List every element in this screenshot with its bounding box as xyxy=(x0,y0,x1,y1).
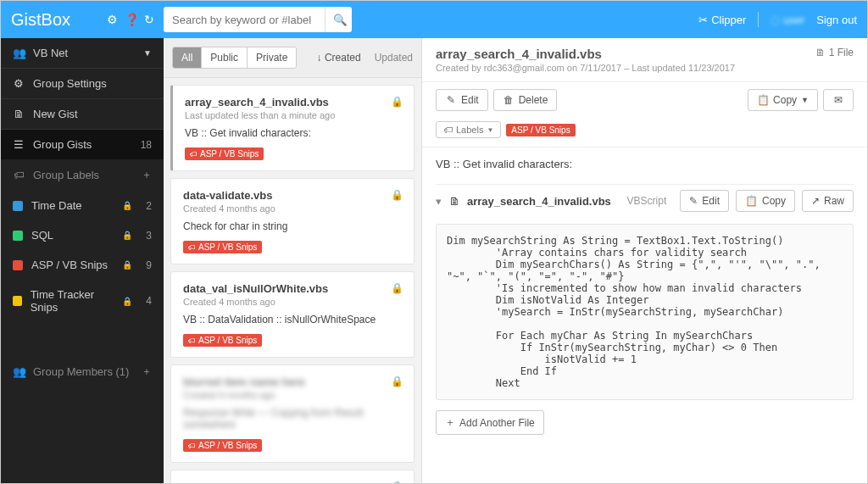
filter-all[interactable]: All xyxy=(173,47,201,68)
gist-card[interactable]: 🔒 blurred item name here Created 4 month… xyxy=(170,364,415,463)
gist-meta: Created 4 months ago xyxy=(183,203,402,214)
sidebar-group-name: VB Net xyxy=(33,47,68,59)
sidebar-label-item[interactable]: ASP / VB Snips 🔒 9 xyxy=(1,250,164,280)
lock-icon: 🔒 xyxy=(391,96,403,108)
sidebar-members[interactable]: 👥 Group Members (1) ＋ xyxy=(1,356,164,387)
gist-summary: VB :: DataValidation :: isNullOrWhiteSpa… xyxy=(183,314,402,325)
help-icon[interactable]: ❓ xyxy=(125,13,136,26)
chevron-down-icon[interactable]: ▾ xyxy=(436,195,442,208)
label-tag[interactable]: 🏷ASP / VB Snips xyxy=(183,439,262,452)
detail-meta: Created by rdc363@gmail.com on 7/11/2017… xyxy=(436,63,854,73)
gist-title: array_search_4_invalid.vbs xyxy=(185,96,402,108)
tag-icon: 🏷 xyxy=(443,125,453,135)
visibility-filter: All Public Private xyxy=(172,47,297,69)
sidebar-item-label: Group Settings xyxy=(33,77,107,90)
sidebar-labels-header[interactable]: 🏷 Group Labels ＋ xyxy=(1,159,164,191)
plus-icon: ＋ xyxy=(445,415,455,430)
tag-icon: 🏷 xyxy=(13,169,25,181)
gist-meta: Last updated less than a minute ago xyxy=(185,110,402,120)
file-icon: 🗎 xyxy=(448,195,460,208)
code-content: Dim mySearchString As String = TextBox1.… xyxy=(447,235,843,389)
filter-public[interactable]: Public xyxy=(201,47,247,68)
refresh-icon[interactable]: ↻ xyxy=(143,13,155,26)
trash-icon: 🗑 xyxy=(503,94,515,106)
gist-meta: Created 4 months ago xyxy=(183,390,402,400)
sidebar-item-label: New Gist xyxy=(33,108,78,120)
label-color-swatch xyxy=(13,231,23,241)
sidebar-label-item[interactable]: SQL 🔒 3 xyxy=(1,220,164,250)
plus-icon[interactable]: ＋ xyxy=(142,364,152,379)
file-raw-button[interactable]: ↗ Raw xyxy=(802,190,854,212)
gist-card[interactable]: 🔒 data_val_isNullOrWhite.vbs Created 4 m… xyxy=(170,271,415,358)
lock-icon: 🔒 xyxy=(391,282,403,294)
code-block: Dim mySearchString As String = TextBox1.… xyxy=(436,224,854,400)
delete-button[interactable]: 🗑Delete xyxy=(493,89,558,111)
sort-label: Created xyxy=(325,52,361,64)
edit-button[interactable]: ✎Edit xyxy=(436,89,488,111)
filter-private[interactable]: Private xyxy=(247,47,296,68)
copy-icon: 📋 xyxy=(757,94,769,106)
pencil-icon: ✎ xyxy=(445,94,457,106)
sidebar-group-selector[interactable]: 👥 VB Net ▼ xyxy=(1,38,164,68)
labels-dropdown[interactable]: 🏷Labels ▼ xyxy=(436,121,501,138)
chevron-down-icon: ▼ xyxy=(143,48,152,58)
label-count: 9 xyxy=(146,259,152,271)
label-color-swatch xyxy=(13,296,22,306)
tag-icon: 🏷 xyxy=(188,243,196,252)
add-file-button[interactable]: ＋Add Another File xyxy=(436,410,544,435)
file-edit-button[interactable]: ✎ Edit xyxy=(680,190,729,212)
list-icon: ☰ xyxy=(13,138,25,151)
gist-summary: Check for char in string xyxy=(183,220,402,232)
file-copy-button[interactable]: 📋 Copy xyxy=(736,190,795,212)
sign-out-link[interactable]: Sign out xyxy=(816,14,857,26)
gist-card[interactable]: 🔒 array_search_4_invalid.vbs Last update… xyxy=(170,85,415,171)
tag-icon: 🏷 xyxy=(188,442,196,450)
clipper-label: Clipper xyxy=(711,14,746,26)
gist-summary: Response Write — Copying from Result som… xyxy=(183,407,402,431)
search-icon: 🔍 xyxy=(333,14,345,26)
gist-card[interactable]: 🔒 old_sql_class.vbs Created 5 months ago xyxy=(170,470,415,483)
gist-summary: VB :: Get invalid characters: xyxy=(185,127,402,139)
github-user[interactable]: ◌ user xyxy=(771,14,804,26)
copy-button[interactable]: 📋Copy ▼ xyxy=(748,89,818,111)
mail-button[interactable]: ✉ xyxy=(823,89,854,111)
search-button[interactable]: 🔍 xyxy=(325,7,352,32)
file-language: VBScript xyxy=(627,195,667,207)
gear-icon: ⚙ xyxy=(13,77,25,90)
label-tag[interactable]: 🏷ASP / VB Snips xyxy=(183,334,262,347)
sidebar-group-settings[interactable]: ⚙ Group Settings xyxy=(1,69,164,98)
label-color-swatch xyxy=(13,201,23,211)
label-count: 2 xyxy=(146,200,152,212)
label-tag[interactable]: 🏷ASP / VB Snips xyxy=(183,241,262,253)
search-input[interactable] xyxy=(164,7,325,32)
gear-icon[interactable]: ⚙ xyxy=(106,13,118,26)
users-icon: 👥 xyxy=(13,365,25,378)
lock-icon: 🔒 xyxy=(122,201,132,210)
sidebar-item-label: Time Date xyxy=(31,199,81,212)
sort-updated[interactable]: Updated xyxy=(375,52,413,64)
label-tag[interactable]: 🏷ASP / VB Snips xyxy=(185,147,264,160)
lock-icon: 🔒 xyxy=(391,189,403,201)
detail-title: array_search_4_invalid.vbs xyxy=(436,47,854,61)
plus-icon[interactable]: ＋ xyxy=(142,168,152,182)
tag-icon: 🏷 xyxy=(190,150,198,159)
file-count: 🗎 1 File xyxy=(815,47,854,58)
sidebar-group-gists[interactable]: ☰ Group Gists 18 xyxy=(1,130,164,159)
file-icon: 🗎 xyxy=(13,108,25,120)
sort-created[interactable]: ↓ Created xyxy=(317,52,361,64)
sidebar-new-gist[interactable]: 🗎 New Gist xyxy=(1,99,164,129)
label-count: 4 xyxy=(146,295,152,307)
tag-icon: 🏷 xyxy=(188,337,196,345)
gist-card[interactable]: 🔒 data-validate.vbs Created 4 months ago… xyxy=(170,178,415,264)
sidebar-label-item[interactable]: Time Tracker Snips 🔒 4 xyxy=(1,280,164,322)
chevron-down-icon: ▼ xyxy=(801,96,809,104)
sidebar-label-item[interactable]: Time Date 🔒 2 xyxy=(1,191,164,220)
label-tag[interactable]: ASP / VB Snips xyxy=(506,124,575,136)
lock-icon: 🔒 xyxy=(122,231,132,240)
gist-title: old_sql_class.vbs xyxy=(183,481,402,483)
label-color-swatch xyxy=(13,260,23,270)
clipper-link[interactable]: ✂ Clipper xyxy=(698,14,746,26)
label-count: 3 xyxy=(146,230,152,242)
sidebar-item-label: ASP / VB Snips xyxy=(31,259,108,271)
lock-icon: 🔒 xyxy=(122,260,132,270)
